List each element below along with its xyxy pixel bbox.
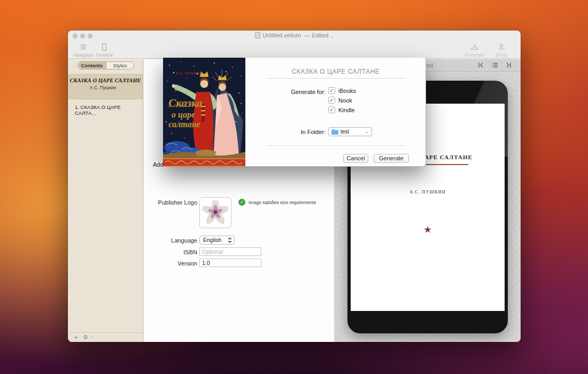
sidebar-footer: + ⚙ ⌄ <box>68 332 143 342</box>
tab-styles[interactable]: Styles <box>106 62 134 69</box>
document-proxy-icon <box>255 32 260 38</box>
size-ok-badge-icon: ✓ <box>238 199 245 206</box>
language-label: Language <box>130 237 197 244</box>
cancel-button[interactable]: Cancel <box>343 154 368 163</box>
chevron-down-icon: ⌄ <box>90 334 94 339</box>
generate-button[interactable]: Generate <box>462 43 488 58</box>
language-select[interactable]: English <box>199 236 235 245</box>
show-icon <box>492 43 511 52</box>
gear-icon[interactable]: ⚙ <box>83 334 88 341</box>
edited-status: — Edited <box>304 32 328 38</box>
publisher-logo-label: Publisher Logo <box>130 199 197 206</box>
book-title: СКАЗКА О ЦАРЕ САЛТАНЕ <box>68 77 143 83</box>
chevron-down-icon: ⌄ <box>365 129 369 134</box>
divider <box>267 78 406 79</box>
version-input[interactable] <box>199 259 261 267</box>
sheet-title: СКАЗКА О ЦАРЕ САЛТАНЕ <box>246 68 425 75</box>
sidebar-item-chapter-1[interactable]: 1. СКАЗКА О ЦАРЕ САЛТА… <box>75 104 143 116</box>
folder-dropdown[interactable]: test ⌄ <box>328 127 372 136</box>
document-name: Untitled.vellum <box>262 32 301 38</box>
version-label: Version <box>130 260 197 267</box>
publisher-logo-flower-image <box>203 200 228 225</box>
nook-label: Nook <box>338 97 352 104</box>
add-chapter-button[interactable]: + <box>74 333 78 341</box>
toolbar: Navigator Preview Generate Show <box>68 41 521 59</box>
generate-icon <box>462 43 488 52</box>
last-page-icon[interactable] <box>505 62 512 68</box>
sidebar-item-book-header[interactable]: СКАЗКА О ЦАРЕ САЛТАНЕ А.С. Пушкин <box>68 74 143 99</box>
generate-label: Generate <box>465 52 485 58</box>
window-title: Untitled.vellum — Edited⌄ <box>68 32 521 38</box>
folder-value: test <box>341 129 349 135</box>
divider <box>75 99 136 99</box>
sidebar-tabs: Contents Styles <box>78 61 134 69</box>
preview-page-author: А.С. ПУШКИН <box>351 189 505 194</box>
kindle-checkbox[interactable]: ✓ <box>328 106 335 113</box>
show-button[interactable]: Show <box>492 43 511 58</box>
platform-row-kindle: ✓ Kindle <box>328 106 355 113</box>
generate-sheet-dialog: а.с.пушкин Сказка о царе салтане СКАЗКА … <box>163 58 426 167</box>
divider <box>267 145 406 146</box>
isbn-label: ISBN <box>130 249 197 255</box>
isbn-input[interactable] <box>199 247 261 256</box>
cover-title-line2: о царе <box>172 110 195 120</box>
cover-title-line3: салтане <box>168 120 200 129</box>
language-value: English <box>203 237 221 243</box>
contents-list-icon[interactable] <box>491 62 498 68</box>
preview-icon <box>92 43 116 52</box>
platform-row-nook: ✓ Nook <box>328 97 352 104</box>
preview-button[interactable]: Preview <box>92 43 116 58</box>
folder-icon <box>331 129 338 135</box>
sheet-generate-button[interactable]: Generate <box>374 154 409 163</box>
cover-title-line1: Сказка <box>168 97 202 110</box>
book-author: А.С. Пушкин <box>90 85 143 90</box>
desktop-wallpaper: Untitled.vellum — Edited⌄ Navigator Prev… <box>0 0 588 374</box>
show-label: Show <box>496 52 508 58</box>
book-cover-image: а.с.пушкин Сказка о царе салтане <box>163 58 245 167</box>
kindle-label: Kindle <box>338 107 355 113</box>
preview-label: Preview <box>96 52 113 58</box>
cover-author-text: а.с.пушкин <box>176 70 202 75</box>
nook-checkbox[interactable]: ✓ <box>328 97 335 104</box>
in-folder-label: In Folder: <box>256 129 326 135</box>
generate-for-label: Generate for: <box>256 89 326 95</box>
ibooks-label: iBooks <box>338 88 356 94</box>
stepper-arrows-icon <box>228 237 233 243</box>
platform-row-ibooks: ✓ iBooks <box>328 87 356 94</box>
page-flower-ornament-icon <box>423 225 432 234</box>
tab-contents[interactable]: Contents <box>78 62 106 69</box>
vellum-app-window: Untitled.vellum — Edited⌄ Navigator Prev… <box>68 30 521 342</box>
first-page-icon[interactable] <box>478 62 484 68</box>
title-bar: Untitled.vellum — Edited⌄ <box>68 30 521 41</box>
ibooks-checkbox[interactable]: ✓ <box>328 87 335 94</box>
logo-status-text: Image satisfies size requirements <box>249 200 316 205</box>
chevron-down-icon[interactable]: ⌄ <box>330 34 334 38</box>
navigator-label: Navigator <box>73 52 94 58</box>
publisher-logo-well[interactable] <box>199 197 231 228</box>
